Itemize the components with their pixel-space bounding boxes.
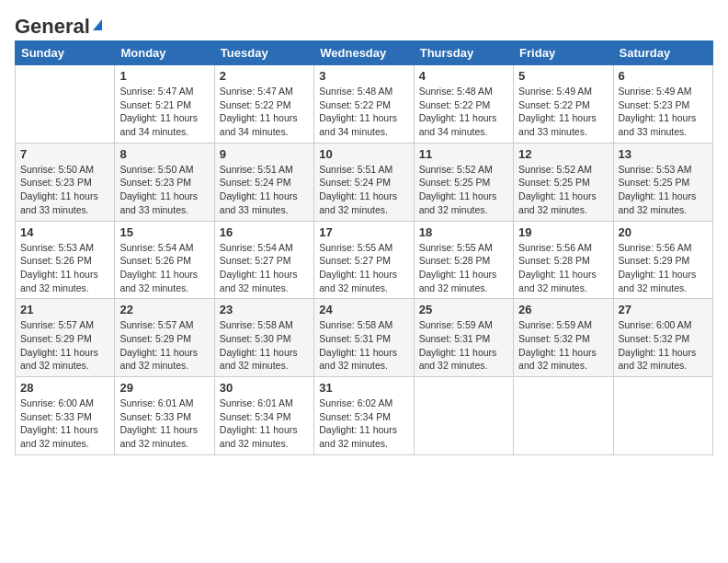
day-number: 20 — [619, 225, 708, 239]
calendar-week-1: 1Sunrise: 5:47 AMSunset: 5:21 PMDaylight… — [16, 65, 713, 144]
column-header-wednesday: Wednesday — [314, 41, 414, 65]
day-info: Sunrise: 5:55 AMSunset: 5:27 PMDaylight:… — [319, 241, 408, 295]
calendar-cell: 26Sunrise: 5:59 AMSunset: 5:32 PMDayligh… — [514, 299, 613, 377]
calendar-cell: 9Sunrise: 5:51 AMSunset: 5:24 PMDaylight… — [214, 143, 313, 221]
day-number: 10 — [319, 147, 408, 161]
day-info: Sunrise: 5:51 AMSunset: 5:24 PMDaylight:… — [319, 163, 408, 217]
day-info: Sunrise: 5:50 AMSunset: 5:23 PMDaylight:… — [119, 163, 209, 217]
calendar-cell — [414, 377, 513, 455]
day-number: 5 — [518, 69, 608, 83]
day-number: 8 — [119, 147, 209, 161]
day-info: Sunrise: 5:57 AMSunset: 5:29 PMDaylight:… — [20, 318, 109, 373]
calendar-cell: 16Sunrise: 5:54 AMSunset: 5:27 PMDayligh… — [214, 221, 313, 299]
calendar-cell: 6Sunrise: 5:49 AMSunset: 5:23 PMDaylight… — [613, 65, 712, 144]
day-number: 4 — [419, 69, 508, 83]
column-header-sunday: Sunday — [16, 41, 115, 65]
day-number: 11 — [419, 147, 508, 161]
day-number: 1 — [119, 69, 209, 83]
calendar-cell: 1Sunrise: 5:47 AMSunset: 5:21 PMDaylight… — [115, 65, 214, 144]
day-number: 19 — [518, 225, 608, 239]
calendar-week-2: 7Sunrise: 5:50 AMSunset: 5:23 PMDaylight… — [16, 143, 713, 221]
day-number: 7 — [20, 147, 109, 161]
day-number: 29 — [119, 381, 209, 395]
day-info: Sunrise: 5:51 AMSunset: 5:24 PMDaylight:… — [220, 163, 309, 217]
day-info: Sunrise: 5:52 AMSunset: 5:25 PMDaylight:… — [419, 163, 508, 217]
day-number: 6 — [619, 69, 708, 83]
column-header-thursday: Thursday — [414, 41, 513, 65]
day-number: 24 — [319, 303, 408, 316]
calendar-cell: 2Sunrise: 5:47 AMSunset: 5:22 PMDaylight… — [214, 65, 313, 144]
day-number: 26 — [518, 303, 608, 316]
calendar-cell: 10Sunrise: 5:51 AMSunset: 5:24 PMDayligh… — [314, 143, 414, 221]
day-number: 18 — [419, 225, 508, 239]
day-number: 31 — [319, 381, 408, 395]
calendar-cell: 28Sunrise: 6:00 AMSunset: 5:33 PMDayligh… — [16, 377, 115, 455]
calendar-cell: 19Sunrise: 5:56 AMSunset: 5:28 PMDayligh… — [514, 221, 613, 299]
calendar-cell: 20Sunrise: 5:56 AMSunset: 5:29 PMDayligh… — [613, 221, 712, 299]
day-info: Sunrise: 5:59 AMSunset: 5:32 PMDaylight:… — [518, 318, 608, 373]
calendar-cell: 13Sunrise: 5:53 AMSunset: 5:25 PMDayligh… — [613, 143, 712, 221]
calendar-week-4: 21Sunrise: 5:57 AMSunset: 5:29 PMDayligh… — [16, 299, 713, 377]
day-info: Sunrise: 6:02 AMSunset: 5:34 PMDaylight:… — [319, 396, 408, 451]
calendar-cell: 29Sunrise: 6:01 AMSunset: 5:33 PMDayligh… — [115, 377, 214, 455]
column-header-friday: Friday — [514, 41, 613, 65]
day-number: 30 — [220, 381, 309, 395]
day-info: Sunrise: 6:00 AMSunset: 5:32 PMDaylight:… — [619, 318, 708, 373]
calendar-cell: 30Sunrise: 6:01 AMSunset: 5:34 PMDayligh… — [214, 377, 313, 455]
day-info: Sunrise: 5:55 AMSunset: 5:28 PMDaylight:… — [419, 241, 508, 295]
calendar-week-5: 28Sunrise: 6:00 AMSunset: 5:33 PMDayligh… — [16, 377, 713, 455]
calendar-cell: 4Sunrise: 5:48 AMSunset: 5:22 PMDaylight… — [414, 65, 513, 144]
day-number: 21 — [20, 303, 109, 316]
day-info: Sunrise: 5:54 AMSunset: 5:27 PMDaylight:… — [220, 241, 309, 295]
calendar-cell: 5Sunrise: 5:49 AMSunset: 5:22 PMDaylight… — [514, 65, 613, 144]
day-info: Sunrise: 5:48 AMSunset: 5:22 PMDaylight:… — [319, 85, 408, 139]
day-number: 3 — [319, 69, 408, 83]
day-info: Sunrise: 6:01 AMSunset: 5:34 PMDaylight:… — [220, 396, 309, 451]
day-info: Sunrise: 5:57 AMSunset: 5:29 PMDaylight:… — [119, 318, 209, 373]
calendar-cell: 17Sunrise: 5:55 AMSunset: 5:27 PMDayligh… — [314, 221, 414, 299]
logo-general: General — [15, 15, 90, 39]
calendar-cell: 21Sunrise: 5:57 AMSunset: 5:29 PMDayligh… — [16, 299, 115, 377]
calendar-cell: 24Sunrise: 5:58 AMSunset: 5:31 PMDayligh… — [314, 299, 414, 377]
calendar-cell: 11Sunrise: 5:52 AMSunset: 5:25 PMDayligh… — [414, 143, 513, 221]
day-info: Sunrise: 6:00 AMSunset: 5:33 PMDaylight:… — [20, 396, 109, 451]
logo: General — [15, 15, 102, 35]
day-info: Sunrise: 5:58 AMSunset: 5:30 PMDaylight:… — [220, 318, 309, 373]
column-header-tuesday: Tuesday — [214, 41, 313, 65]
day-info: Sunrise: 5:47 AMSunset: 5:22 PMDaylight:… — [220, 85, 309, 139]
calendar-cell: 31Sunrise: 6:02 AMSunset: 5:34 PMDayligh… — [314, 377, 414, 455]
day-number: 2 — [220, 69, 309, 83]
day-info: Sunrise: 5:49 AMSunset: 5:22 PMDaylight:… — [518, 85, 608, 139]
calendar-cell — [16, 65, 115, 144]
calendar-week-3: 14Sunrise: 5:53 AMSunset: 5:26 PMDayligh… — [16, 221, 713, 299]
day-info: Sunrise: 5:59 AMSunset: 5:31 PMDaylight:… — [419, 318, 508, 373]
calendar-header-row: SundayMondayTuesdayWednesdayThursdayFrid… — [16, 41, 713, 65]
logo-triangle-icon — [93, 19, 102, 30]
calendar-cell: 15Sunrise: 5:54 AMSunset: 5:26 PMDayligh… — [115, 221, 214, 299]
calendar-cell — [613, 377, 712, 455]
calendar-cell: 14Sunrise: 5:53 AMSunset: 5:26 PMDayligh… — [16, 221, 115, 299]
day-number: 22 — [119, 303, 209, 316]
day-info: Sunrise: 5:49 AMSunset: 5:23 PMDaylight:… — [619, 85, 708, 139]
calendar-cell — [514, 377, 613, 455]
calendar-cell: 22Sunrise: 5:57 AMSunset: 5:29 PMDayligh… — [115, 299, 214, 377]
calendar-cell: 27Sunrise: 6:00 AMSunset: 5:32 PMDayligh… — [613, 299, 712, 377]
day-info: Sunrise: 5:50 AMSunset: 5:23 PMDaylight:… — [20, 163, 109, 217]
day-info: Sunrise: 5:53 AMSunset: 5:26 PMDaylight:… — [20, 241, 109, 295]
day-info: Sunrise: 5:48 AMSunset: 5:22 PMDaylight:… — [419, 85, 508, 139]
day-info: Sunrise: 5:53 AMSunset: 5:25 PMDaylight:… — [619, 163, 708, 217]
day-info: Sunrise: 5:47 AMSunset: 5:21 PMDaylight:… — [119, 85, 209, 139]
day-number: 17 — [319, 225, 408, 239]
calendar-table: SundayMondayTuesdayWednesdayThursdayFrid… — [15, 40, 713, 455]
calendar-cell: 12Sunrise: 5:52 AMSunset: 5:25 PMDayligh… — [514, 143, 613, 221]
column-header-monday: Monday — [115, 41, 214, 65]
day-number: 14 — [20, 225, 109, 239]
calendar-cell: 25Sunrise: 5:59 AMSunset: 5:31 PMDayligh… — [414, 299, 513, 377]
day-info: Sunrise: 5:58 AMSunset: 5:31 PMDaylight:… — [319, 318, 408, 373]
calendar-cell: 3Sunrise: 5:48 AMSunset: 5:22 PMDaylight… — [314, 65, 414, 144]
calendar-cell: 18Sunrise: 5:55 AMSunset: 5:28 PMDayligh… — [414, 221, 513, 299]
calendar-cell: 7Sunrise: 5:50 AMSunset: 5:23 PMDaylight… — [16, 143, 115, 221]
column-header-saturday: Saturday — [613, 41, 712, 65]
calendar-cell: 8Sunrise: 5:50 AMSunset: 5:23 PMDaylight… — [115, 143, 214, 221]
calendar-cell: 23Sunrise: 5:58 AMSunset: 5:30 PMDayligh… — [214, 299, 313, 377]
